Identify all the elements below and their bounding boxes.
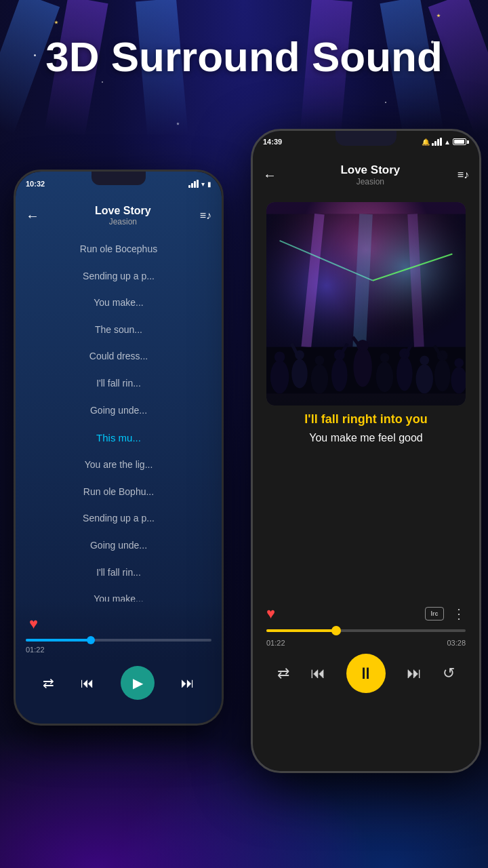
wifi-icon-back: ▾	[201, 180, 205, 188]
svg-point-20	[353, 347, 371, 387]
right-controls: lrc ⋮	[425, 606, 466, 622]
progress-bar-back[interactable]	[26, 639, 211, 642]
current-time-front: 01:22	[266, 639, 285, 647]
artist-front: Jeasion	[283, 177, 458, 186]
heart-icon-front[interactable]: ♥	[266, 605, 275, 623]
lyric-line-1: Run ole Bocephus	[16, 236, 222, 263]
svg-line-6	[413, 214, 420, 347]
shuffle-button-back[interactable]: ⇄	[43, 675, 54, 691]
svg-point-10	[270, 360, 289, 393]
album-art	[266, 202, 466, 406]
song-title-back: Love Story	[46, 205, 200, 217]
repeat-button-front[interactable]: ↺	[443, 665, 455, 682]
song-title-front: Love Story	[283, 163, 458, 177]
title-area-front: Love Story Jeasion	[283, 163, 458, 186]
lyric-line-10: Sending up a p...	[16, 505, 222, 532]
title-area-back: Love Story Jeasion	[46, 205, 200, 226]
controls-back: ♥ 01:22 ⇄ ⏮ ▶ ⏭	[16, 601, 222, 724]
headline-section: 3D Surround Sound	[0, 34, 488, 80]
prev-button-front[interactable]: ⏮	[310, 665, 325, 682]
header-back: ← Love Story Jeasion ≡♪	[16, 195, 222, 236]
next-button-front[interactable]: ⏭	[407, 665, 422, 682]
pause-icon: ⏸	[358, 664, 374, 683]
active-lyric-front: I'll fall ringht into you	[266, 412, 466, 427]
svg-line-5	[359, 214, 366, 347]
svg-point-30	[434, 359, 451, 391]
prev-button-back[interactable]: ⏮	[81, 675, 94, 691]
header-front: ← Love Story Jeasion ≡♪	[253, 155, 479, 195]
next-lyric-front: You make me feel good	[266, 432, 466, 444]
main-headline: 3D Surround Sound	[0, 34, 488, 80]
queue-icon-front[interactable]: ≡♪	[458, 169, 469, 181]
controls-row-top: ♥ lrc ⋮	[263, 595, 469, 623]
svg-point-11	[274, 352, 285, 363]
status-icons-front: 🔔 ▲	[422, 138, 469, 146]
phone-back: 10:32 ▾ ▮ ← Love Story Jeasion ≡♪	[14, 170, 224, 726]
lyrics-back: Run ole Bocephus Sending up a p... You m…	[16, 236, 222, 601]
lyric-line-12: I'll fall rin...	[16, 559, 222, 587]
lyric-line-8: You are the lig...	[16, 452, 222, 479]
progress-fill-back	[26, 639, 91, 642]
artist-back: Jeasion	[46, 217, 200, 226]
svg-point-15	[311, 364, 328, 393]
lyric-line-6: I'll fall rin...	[16, 370, 222, 397]
play-button-back[interactable]: ▶	[121, 666, 155, 700]
svg-point-24	[380, 353, 390, 363]
lyric-line-7: Going unde...	[16, 397, 222, 425]
svg-point-34	[454, 358, 464, 368]
svg-point-29	[420, 355, 429, 365]
concert-svg	[266, 202, 466, 406]
lrc-button[interactable]: lrc	[425, 607, 444, 620]
more-button[interactable]: ⋮	[452, 606, 466, 622]
svg-point-16	[315, 355, 325, 365]
progress-bar-front[interactable]	[266, 629, 466, 632]
phone-front: 14:39 🔔 ▲ ← Love Story	[251, 129, 481, 773]
lyric-line-4: The soun...	[16, 317, 222, 344]
signal-icon-front	[432, 138, 442, 146]
total-time-front: 03:28	[447, 639, 466, 647]
svg-point-23	[376, 361, 393, 392]
battery-icon-back: ▮	[207, 180, 211, 188]
signal-icon-back	[188, 180, 199, 188]
playback-row-front: ⇄ ⏮ ⏸ ⏭ ↺	[263, 647, 469, 700]
status-icons-back: ▾ ▮	[188, 180, 211, 188]
bell-icon-front: 🔔	[422, 138, 430, 146]
time-row-front: 01:22 03:28	[263, 639, 469, 647]
phone-front-screen: 14:39 🔔 ▲ ← Love Story	[253, 131, 479, 771]
time-back: 10:32	[26, 180, 45, 188]
lyric-line-9: Run ole Bophu...	[16, 479, 222, 506]
playback-controls-back: ⇄ ⏮ ▶ ⏭	[16, 666, 222, 700]
queue-icon-back[interactable]: ≡♪	[200, 210, 211, 222]
svg-point-17	[331, 358, 348, 391]
lyrics-front: I'll fall ringht into you You make me fe…	[253, 412, 479, 444]
battery-icon-front	[453, 138, 469, 145]
pause-button-front[interactable]: ⏸	[346, 654, 386, 693]
progress-thumb-back	[87, 636, 95, 644]
player-bottom: ♥ lrc ⋮ 01:22 03:28	[253, 595, 479, 771]
progress-thumb-front	[331, 626, 341, 635]
heart-icon-back[interactable]: ♥	[29, 615, 45, 631]
time-front: 14:39	[263, 138, 282, 146]
back-button-back[interactable]: ←	[26, 208, 39, 224]
lyric-line-5: Could dress...	[16, 343, 222, 370]
svg-point-28	[416, 364, 433, 393]
svg-point-12	[291, 359, 308, 388]
next-button-back[interactable]: ⏭	[181, 675, 195, 691]
lyric-line-3: You make...	[16, 290, 222, 317]
concert-image	[266, 202, 466, 406]
phone-back-screen: 10:32 ▾ ▮ ← Love Story Jeasion ≡♪	[16, 172, 222, 724]
status-bar-back: 10:32 ▾ ▮	[26, 177, 211, 191]
status-bar-front: 14:39 🔔 ▲	[263, 135, 469, 149]
back-button-front[interactable]: ←	[263, 167, 277, 183]
lyric-line-active-back: This mu...	[16, 424, 222, 452]
lyric-line-2: Sending up a p...	[16, 263, 222, 290]
lyric-line-13: You make...	[16, 586, 222, 601]
phones-container: 10:32 ▾ ▮ ← Love Story Jeasion ≡♪	[0, 129, 488, 868]
shuffle-button-front[interactable]: ⇄	[277, 665, 289, 682]
progress-fill-front	[266, 629, 336, 632]
current-time-back: 01:22	[26, 646, 45, 654]
wifi-icon-front: ▲	[444, 138, 451, 146]
lyric-line-11: Going unde...	[16, 532, 222, 559]
svg-point-25	[396, 356, 413, 391]
